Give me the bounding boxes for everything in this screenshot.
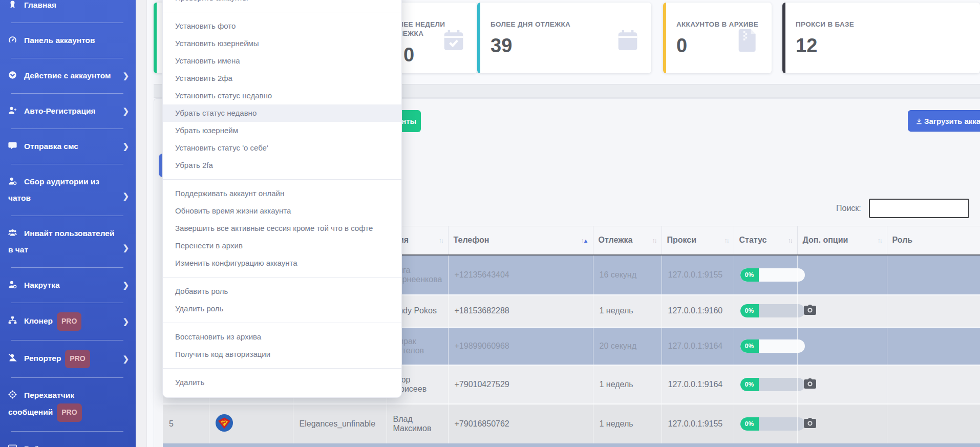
camera-icon (804, 308, 816, 316)
sidebar-item-11[interactable]: Перехватчик сообщенийPRO (0, 378, 136, 431)
menu-item[interactable]: Установить юзернеймы (163, 35, 401, 52)
progress-value: 0% (740, 304, 759, 317)
progress-bar: 0% (740, 378, 805, 391)
camera-icon (804, 381, 816, 390)
sidebar-menu: ГлавнаяПанель аккаунтовДействие с аккаун… (0, 0, 136, 447)
search-input[interactable] (869, 199, 969, 218)
column-header-label: Доп. опции (803, 236, 848, 244)
menu-item[interactable]: Установить статус недавно (163, 87, 401, 104)
cell-phone: +79010427529 (448, 365, 593, 404)
sidebar-item-6[interactable]: Сбор аудитории из чатов❯ (0, 164, 136, 216)
menu-item[interactable]: Удалить роль (163, 300, 401, 317)
progress-bar: 0% (740, 304, 805, 317)
sidebar: ГлавнаяПанель аккаунтовДействие с аккаун… (0, 0, 136, 447)
menu-divider (163, 12, 401, 12)
column-header-label: Роль (892, 236, 913, 244)
cell-name: Влад Максимов (387, 404, 448, 444)
menu-item[interactable]: Удалить (163, 374, 401, 391)
sidebar-scrollbar[interactable] (136, 0, 147, 447)
cell-idle: 16 секунд (593, 255, 662, 295)
table-row[interactable]: 5Elegances_unfinableВлад Максимов+790168… (163, 404, 980, 444)
user-gear-icon (8, 175, 19, 183)
stat-card-value: 12 (796, 34, 970, 57)
sidebar-item-label: Клонер (24, 316, 53, 325)
upload-accounts-button[interactable]: Загрузить аккаунты (908, 110, 980, 132)
menu-item[interactable]: Завершить все активные сессия кроме той … (163, 220, 401, 237)
sidebar-item-10[interactable]: РепортерPRO❯ (0, 340, 136, 377)
cell-phone: +12135643404 (448, 255, 593, 295)
calendar-icon (616, 29, 639, 52)
sidebar-item-4[interactable]: Авто-Регистрация❯ (0, 94, 136, 129)
sidebar-item-label: Инвайт пользователей в чат (8, 229, 114, 254)
sidebar-item-3[interactable]: Действие с аккаунтом❯ (0, 58, 136, 93)
progress-value: 0% (740, 268, 759, 282)
sidebar-item-2[interactable]: Панель аккаунтов (0, 23, 136, 58)
menu-item[interactable]: Обновить время жизни аккаунта (163, 202, 401, 220)
stat-card-accent (477, 3, 480, 73)
menu-item[interactable]: Восстановить из архива (163, 328, 401, 346)
menu-item[interactable]: Перенести в архив (163, 237, 401, 254)
cell-role (887, 327, 980, 365)
sidebar-item-12[interactable]: Работа с каналамиPRO (0, 432, 136, 447)
calendar-check-icon (442, 29, 465, 52)
column-header[interactable]: Статус↑↓ (734, 226, 797, 255)
file-zip-icon (737, 29, 759, 52)
sidebar-item-7[interactable]: Инвайт пользователей в чат❯ (0, 216, 136, 267)
menu-item[interactable]: Добавить роль (163, 283, 401, 300)
menu-item[interactable]: Установить имена (163, 52, 401, 70)
column-header[interactable]: Прокси↑↓ (662, 226, 734, 255)
column-header[interactable]: Роль (887, 226, 980, 255)
menu-item[interactable]: Установить фото (163, 17, 401, 35)
column-header[interactable]: Доп. опции↑↓ (797, 226, 887, 255)
stat-card-accent (663, 3, 666, 73)
user-gear-icon (8, 278, 19, 287)
column-header[interactable]: Телефон↑▲ (448, 226, 593, 255)
gauge-icon (8, 33, 19, 42)
sidebar-item-5[interactable]: Отправка смс❯ (0, 129, 136, 164)
progress-bar: 0% (740, 417, 805, 431)
menu-item[interactable]: Изменить конфигурацию аккаунта (163, 254, 401, 272)
cell-role (887, 365, 980, 404)
menu-item[interactable]: Поддерживать аккаунт онлайн (163, 185, 401, 202)
column-header-label: Телефон (454, 236, 489, 244)
sidebar-item-8[interactable]: Накрутка❯ (0, 268, 136, 303)
menu-item[interactable]: Проверить аккаунты (163, 0, 401, 7)
cell-proxy: 127.0.0.1:9164 (662, 327, 734, 365)
menu-item[interactable]: Установить 2фа (163, 70, 401, 87)
menu-item[interactable]: Убрать 2fa (163, 157, 401, 174)
cell-proxy: 127.0.0.1:9164 (662, 365, 734, 404)
menu-divider (163, 368, 401, 369)
search-label: Поиск: (836, 204, 861, 213)
menu-divider (163, 277, 401, 278)
menu-item[interactable]: Убрать статус недавно (163, 104, 401, 122)
cell-idle: 1 недель (593, 365, 662, 404)
sidebar-item-9[interactable]: КлонерPRO❯ (0, 303, 136, 340)
crosshair-icon (8, 388, 19, 397)
stat-card-accent (154, 3, 157, 73)
chevron-right-icon: ❯ (122, 68, 129, 84)
cell-status: 0% (734, 404, 797, 444)
cell-phone: +18153682288 (448, 295, 593, 327)
stat-card-4: АККАУНТОВ В АРХИВЕ0 (663, 3, 772, 73)
cell-idle: 20 секунд (593, 327, 662, 365)
menu-item[interactable]: Получить код авторизации (163, 346, 401, 363)
chevron-circle-down-icon (8, 69, 19, 77)
column-header[interactable]: Отлежка↑↓ (593, 226, 662, 255)
table-row-6-partial[interactable] (163, 443, 980, 447)
cell-proxy: 127.0.0.1:9155 (662, 404, 734, 444)
sidebar-item-1[interactable]: Главная (0, 0, 136, 23)
chevron-right-icon: ❯ (122, 240, 129, 256)
sitemap-icon (8, 314, 19, 323)
stat-card-5: ПРОКСИ В БАЗЕ12 (782, 3, 980, 73)
cell-options (797, 295, 887, 327)
menu-item[interactable]: Установить статус 'о себе' (163, 139, 401, 157)
pro-badge: PRO (57, 312, 81, 331)
progress-bar: 0% (740, 268, 805, 282)
sidebar-item-label: Накрутка (24, 281, 60, 289)
users-icon (8, 226, 19, 235)
progress-value: 0% (740, 417, 759, 431)
progress-value: 0% (740, 378, 759, 391)
menu-item[interactable]: Убрать юзернейм (163, 122, 401, 139)
progress-bar: 0% (740, 339, 805, 353)
cell-avatar (209, 404, 293, 444)
